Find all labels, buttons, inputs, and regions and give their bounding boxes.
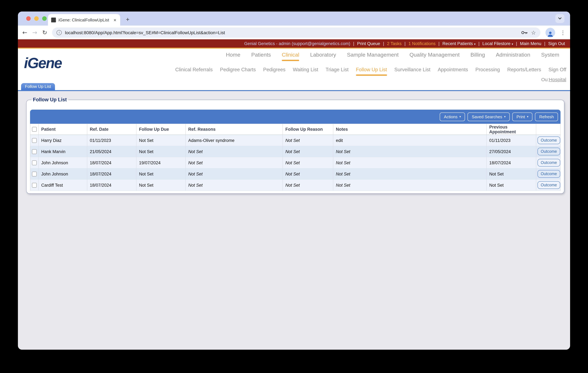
table-row[interactable]: John Johnson18/07/202419/07/2024Not SetN…: [30, 157, 560, 168]
reload-icon[interactable]: ↻: [42, 29, 47, 36]
nav-patients[interactable]: Patients: [251, 52, 271, 58]
row-select-cell: [30, 135, 39, 146]
close-window-button[interactable]: [26, 16, 31, 21]
table-cell: Not Set: [136, 135, 186, 146]
address-bar[interactable]: i localhost:8080/App/App.html?locale=sv_…: [52, 27, 540, 38]
subnav-waiting-list[interactable]: Waiting List: [293, 67, 318, 73]
outcome-button[interactable]: Outcome: [537, 159, 560, 167]
follow-up-list-panel: Follow Up List Actions▾ Saved Searches▾ …: [26, 97, 564, 194]
table-row[interactable]: Cardiff Test18/07/2024Not SetNot SetNot …: [30, 180, 560, 191]
site-info-icon[interactable]: i: [57, 30, 62, 35]
zoom-window-button[interactable]: [42, 16, 47, 21]
nav-clinical[interactable]: Clinical: [282, 52, 299, 58]
row-checkbox[interactable]: [32, 172, 37, 176]
row-checkbox[interactable]: [32, 183, 37, 188]
print-button[interactable]: Print▾: [512, 112, 533, 121]
browser-menu-icon[interactable]: ⋮: [560, 29, 566, 36]
row-checkbox[interactable]: [32, 149, 37, 154]
header-notes[interactable]: Notes: [333, 124, 486, 135]
table-row[interactable]: John Johnson18/07/2024Not SetNot SetNot …: [30, 168, 560, 180]
subnav-pedigree-charts[interactable]: Pedigree Charts: [220, 67, 256, 73]
table-cell: Cardiff Test: [39, 180, 87, 191]
subnav-triage-list[interactable]: Triage List: [326, 67, 349, 73]
table-cell: 27/05/2024: [486, 146, 536, 157]
notifications-link[interactable]: 1 Notifications: [409, 41, 436, 46]
nav-administration[interactable]: Administration: [496, 52, 530, 58]
table-cell: Not Set: [283, 146, 333, 157]
print-queue-link[interactable]: Print Queue: [357, 41, 380, 46]
outcome-button[interactable]: Outcome: [537, 148, 560, 155]
nav-system[interactable]: System: [541, 52, 559, 58]
table-cell: Not Set: [283, 135, 333, 146]
saved-searches-button[interactable]: Saved Searches▾: [468, 112, 510, 121]
back-icon[interactable]: ←: [22, 29, 27, 36]
table-cell: Not Set: [136, 146, 186, 157]
main-menu-link[interactable]: Main Menu: [520, 41, 541, 46]
close-tab-icon[interactable]: ×: [113, 17, 117, 22]
recent-patients-dropdown[interactable]: Recent Patients ▾: [442, 41, 475, 46]
outcome-button[interactable]: Outcome: [537, 170, 560, 178]
dropdown-arrow-icon: ▾: [504, 115, 505, 118]
separator: |: [439, 41, 440, 46]
bookmark-star-icon[interactable]: ☆: [531, 29, 536, 36]
outcome-cell: Outcome: [536, 135, 560, 146]
header-previous-appointment[interactable]: Previous Appointment: [486, 124, 536, 135]
dropdown-arrow-icon: ▾: [474, 42, 475, 45]
main-nav: Home Patients Clinical Laboratory Sample…: [226, 52, 559, 58]
forward-icon[interactable]: →: [32, 29, 37, 36]
header-follow-up-reason[interactable]: Follow Up Reason: [283, 124, 333, 135]
header-patient[interactable]: Patient: [39, 124, 87, 135]
subnav-processing[interactable]: Processing: [475, 67, 500, 73]
profile-avatar[interactable]: [546, 28, 555, 37]
nav-billing[interactable]: Billing: [470, 52, 485, 58]
select-all-checkbox[interactable]: [32, 127, 37, 132]
tab-title: iGene: ClinicalFollowUpList: [58, 17, 110, 22]
separator: |: [353, 41, 354, 46]
subnav-clinical-referrals[interactable]: Clinical Referrals: [175, 67, 213, 73]
outcome-cell: Outcome: [536, 168, 560, 180]
browser-tab-strip: iGene: ClinicalFollowUpList × +: [18, 11, 570, 26]
actions-button[interactable]: Actions▾: [440, 112, 465, 121]
sign-out-link[interactable]: Sign Out: [548, 41, 565, 46]
outcome-button[interactable]: Outcome: [537, 181, 560, 189]
row-checkbox[interactable]: [32, 138, 37, 143]
row-checkbox[interactable]: [32, 160, 37, 165]
subnav-pedigrees[interactable]: Pedigrees: [263, 67, 285, 73]
header-ref-date[interactable]: Ref. Date: [87, 124, 136, 135]
outcome-button[interactable]: Outcome: [537, 137, 560, 144]
tab-search-chevron-button[interactable]: [556, 14, 564, 23]
row-select-cell: [30, 168, 39, 180]
header-follow-up-due[interactable]: Follow Up Due: [136, 124, 186, 135]
table-cell: Not Set: [333, 157, 486, 168]
sub-nav: Clinical Referrals Pedigree Charts Pedig…: [175, 67, 566, 73]
dropdown-arrow-icon: ▾: [527, 115, 528, 118]
subnav-follow-up-list[interactable]: Follow Up List: [356, 67, 387, 73]
table-cell: John Johnson: [39, 168, 87, 180]
password-key-icon[interactable]: [521, 30, 528, 35]
subnav-appointments[interactable]: Appointments: [438, 67, 468, 73]
table-row[interactable]: Harry Diaz01/11/2023Not SetAdams-Oliver …: [30, 135, 560, 146]
new-tab-button[interactable]: +: [126, 16, 129, 23]
page-tab-follow-up-list[interactable]: Follow Up List: [21, 83, 55, 90]
table-cell: Harry Diaz: [39, 135, 87, 146]
nav-laboratory[interactable]: Laboratory: [310, 52, 336, 58]
table-cell: edit: [333, 135, 486, 146]
local-filestore-dropdown[interactable]: Local Filestore ▾: [482, 41, 513, 46]
refresh-button[interactable]: Refresh: [535, 112, 558, 121]
separator: |: [404, 41, 406, 46]
ou-hospital-link[interactable]: Hospital: [549, 77, 566, 82]
table-row[interactable]: Hank Marvin21/05/2024Not SetNot SetNot S…: [30, 146, 560, 157]
nav-sample-management[interactable]: Sample Management: [347, 52, 399, 58]
subnav-reports-letters[interactable]: Reports/Letters: [507, 67, 541, 73]
header-ref-reasons[interactable]: Ref. Reasons: [186, 124, 283, 135]
browser-tab[interactable]: iGene: ClinicalFollowUpList ×: [48, 14, 120, 26]
nav-quality-management[interactable]: Quality Management: [410, 52, 460, 58]
subnav-surveillance-list[interactable]: Surveillance List: [394, 67, 430, 73]
tasks-link[interactable]: 2 Tasks: [387, 41, 401, 46]
table-cell: 18/07/2024: [486, 157, 536, 168]
minimize-window-button[interactable]: [34, 16, 39, 21]
ou-prefix: Ou:: [541, 77, 549, 82]
nav-home[interactable]: Home: [226, 52, 241, 58]
subnav-sign-off[interactable]: Sign Off: [548, 67, 566, 73]
table-header-row: Patient Ref. Date Follow Up Due Ref. Rea…: [30, 124, 560, 135]
